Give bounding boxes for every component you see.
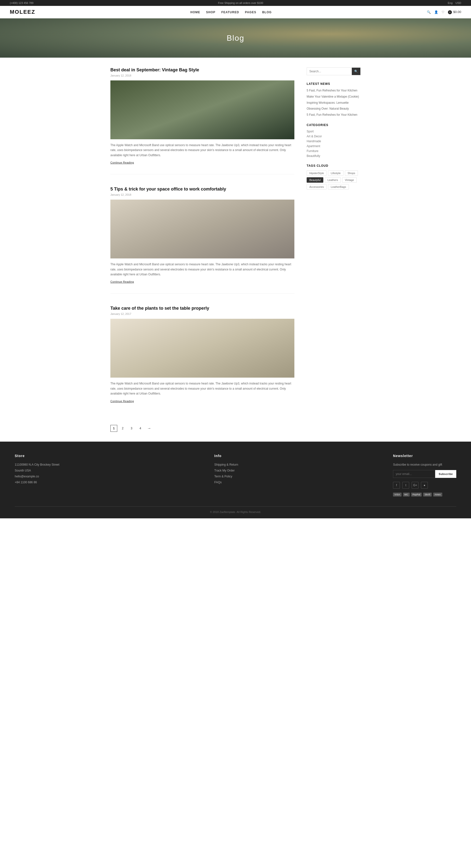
newsletter-subscribe-button[interactable]: Subscribe	[435, 470, 456, 478]
social-icons: f t G+ ●	[393, 482, 456, 489]
post-date: January 12, 2017	[110, 312, 294, 315]
category-item[interactable]: Apartment	[307, 145, 361, 148]
tag-leatherbags[interactable]: LeatherBags	[328, 184, 349, 189]
latest-news-item[interactable]: 5 Fast, Fun Refreshes for Your Kitchen	[307, 89, 361, 93]
hero-title: Blog	[227, 34, 244, 43]
footer-top: Store 11100980 N.A City Brockey Street S…	[15, 454, 456, 497]
blog-post-3: Take care of the plants to set the table…	[110, 306, 294, 412]
footer-copyright: © 2018 Zaoftemplate. All Rights Reserved…	[210, 510, 261, 514]
search-input[interactable]	[307, 68, 352, 75]
tag-accessories[interactable]: Accessories	[307, 184, 326, 189]
nav-item-shop[interactable]: SHOP	[206, 10, 215, 14]
footer-store-address2: Sounth USA	[15, 468, 59, 473]
post-excerpt: The Apple Watch and Microsoft Band use o…	[110, 381, 294, 396]
facebook-icon[interactable]: f	[393, 482, 400, 489]
latest-news-item[interactable]: Make Your Valentine a Mixtape (Cookie)	[307, 95, 361, 99]
categories-section: CATEGORIES SportArt & DecorHandmadeApart…	[307, 123, 361, 158]
payment-skrill: Skrill	[423, 493, 432, 497]
header: MOLEEZ HOMESHOPFEATUREDPAGESBLOG 🔍 👤 ♡ 0…	[0, 6, 471, 19]
category-item[interactable]: Art & Decor	[307, 134, 361, 138]
continue-reading-link[interactable]: Continue Reading	[110, 400, 134, 403]
blog-posts: Best deal in September: Vintage Bag Styl…	[110, 67, 294, 432]
tag-shops[interactable]: Shops	[345, 170, 358, 176]
pagination-page-4[interactable]: 4	[137, 425, 144, 432]
pagination-page-1[interactable]: 1	[110, 425, 117, 432]
payment-paypal: PayPal	[411, 493, 422, 497]
post-excerpt: The Apple Watch and Microsoft Band use o…	[110, 143, 294, 158]
latest-news-item[interactable]: Inspiring Workspaces: Lemuette	[307, 101, 361, 105]
cart-icon[interactable]: 0 $0.00	[448, 10, 461, 14]
footer-info: Info Shipping & ReturnTrack My OrderTerm…	[214, 454, 238, 497]
post-excerpt: The Apple Watch and Microsoft Band use o…	[110, 262, 294, 277]
footer-newsletter: Newsletter Subscribe to receive coupons …	[393, 454, 456, 497]
pagination-next[interactable]: →	[146, 425, 153, 432]
post-image	[110, 81, 294, 139]
pagination-page-2[interactable]: 2	[119, 425, 126, 432]
footer-store-address1: 11100980 N.A City Brockey Street	[15, 462, 59, 468]
tag-hipsterstyle[interactable]: HipsterStyle	[307, 170, 326, 176]
tag-lifestyle[interactable]: Lifestyle	[328, 170, 343, 176]
nav-item-featured[interactable]: FEATURED	[221, 10, 239, 14]
payment-icons: VISA MC PayPal Skrill Amex	[393, 493, 456, 497]
latest-news-item[interactable]: 5 Fast, Fun Refreshes for Your Kitchen	[307, 113, 361, 117]
footer-info-link[interactable]: Track My Order	[214, 468, 238, 473]
category-item[interactable]: Sport	[307, 130, 361, 133]
top-bar-currency[interactable]: USD	[455, 1, 461, 4]
main-nav: HOMESHOPFEATUREDPAGESBLOG	[190, 10, 271, 14]
tag-vintage[interactable]: Vintage	[342, 177, 357, 183]
search-icon[interactable]: 🔍	[427, 10, 431, 14]
tag-beautyful[interactable]: Beautyful	[307, 177, 323, 183]
category-item[interactable]: Furniture	[307, 149, 361, 153]
post-image	[110, 319, 294, 378]
top-bar: (+400) 123 456 789 Free Shipping on all …	[0, 0, 471, 6]
footer-newsletter-desc: Subscribe to receive coupons and gift	[393, 462, 456, 468]
footer-store: Store 11100980 N.A City Brockey Street S…	[15, 454, 59, 497]
continue-reading-link[interactable]: Continue Reading	[110, 280, 134, 283]
newsletter-input[interactable]	[393, 470, 435, 478]
nav-item-pages[interactable]: PAGES	[245, 10, 256, 14]
googleplus-icon[interactable]: G+	[412, 482, 418, 489]
footer-store-phone: +84 1100 686 86	[15, 479, 59, 485]
footer-info-link[interactable]: FAQs	[214, 479, 238, 485]
tags-label: TAGS CLOUD	[307, 164, 361, 167]
post-title: Best deal in September: Vintage Bag Styl…	[110, 67, 294, 72]
tag-leathers[interactable]: Leathers	[325, 177, 341, 183]
pagination-page-3[interactable]: 3	[128, 425, 135, 432]
instagram-icon[interactable]: ●	[421, 482, 428, 489]
wishlist-icon[interactable]: ♡	[442, 10, 444, 14]
footer-bottom: © 2018 Zaoftemplate. All Rights Reserved…	[15, 506, 456, 514]
latest-news-label: LATEST NEWS	[307, 82, 361, 86]
top-bar-shipping: Free Shipping on all orders over $100	[218, 1, 263, 4]
top-bar-lang[interactable]: Eng	[448, 1, 452, 4]
payment-mastercard: MC	[403, 493, 410, 497]
hero-banner: Blog	[0, 19, 471, 58]
twitter-icon[interactable]: t	[402, 482, 409, 489]
footer: Store 11100980 N.A City Brockey Street S…	[0, 442, 471, 518]
category-item[interactable]: Beautifully	[307, 154, 361, 158]
footer-info-link[interactable]: Term & Policy	[214, 473, 238, 479]
payment-visa: VISA	[393, 493, 402, 497]
post-title: Take care of the plants to set the table…	[110, 306, 294, 311]
main-container: Best deal in September: Vintage Bag Styl…	[100, 67, 371, 432]
continue-reading-link[interactable]: Continue Reading	[110, 161, 134, 164]
tags-section: TAGS CLOUD HipsterStyleLifestyleShopsBea…	[307, 164, 361, 189]
account-icon[interactable]: 👤	[434, 10, 438, 14]
latest-news-section: LATEST NEWS 5 Fast, Fun Refreshes for Yo…	[307, 82, 361, 117]
blog-post-2: 5 Tips & trick for your space office to …	[110, 187, 294, 293]
search-button[interactable]: 🔍	[352, 68, 360, 75]
cart-price: $0.00	[453, 10, 461, 14]
post-date: January 12, 2018	[110, 74, 294, 77]
logo[interactable]: MOLEEZ	[10, 9, 35, 15]
nav-item-home[interactable]: HOME	[190, 10, 200, 14]
blog-post-1: Best deal in September: Vintage Bag Styl…	[110, 67, 294, 174]
cart-count: 0	[448, 10, 452, 14]
category-item[interactable]: Handmade	[307, 140, 361, 143]
footer-info-link[interactable]: Shipping & Return	[214, 462, 238, 468]
newsletter-form: Subscribe	[393, 470, 456, 478]
search-box: 🔍	[307, 67, 361, 75]
nav-item-blog[interactable]: BLOG	[262, 10, 272, 14]
footer-store-title: Store	[15, 454, 59, 458]
footer-store-email: hello@example.co	[15, 473, 59, 479]
latest-news-item[interactable]: Obsessing Over: Natural Beauty	[307, 107, 361, 111]
top-bar-phone: (+400) 123 456 789	[10, 1, 33, 4]
